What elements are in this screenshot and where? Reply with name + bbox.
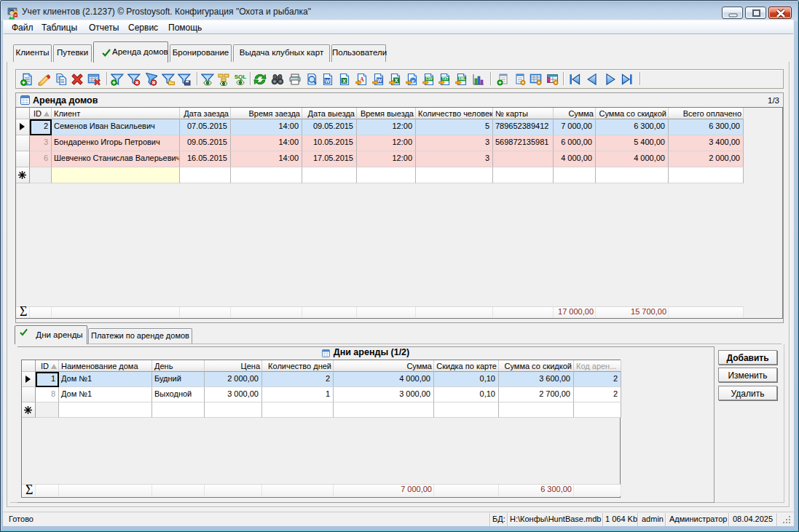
svg-text:SQL: SQL — [235, 74, 247, 80]
svg-text:CSV: CSV — [425, 77, 433, 81]
svg-text:W: W — [325, 79, 330, 84]
svg-text:TXT: TXT — [442, 77, 449, 81]
svg-text:e: e — [412, 78, 414, 84]
svg-text:XML: XML — [458, 77, 465, 81]
svg-text:X: X — [342, 79, 346, 84]
svg-text:X: X — [395, 78, 398, 83]
